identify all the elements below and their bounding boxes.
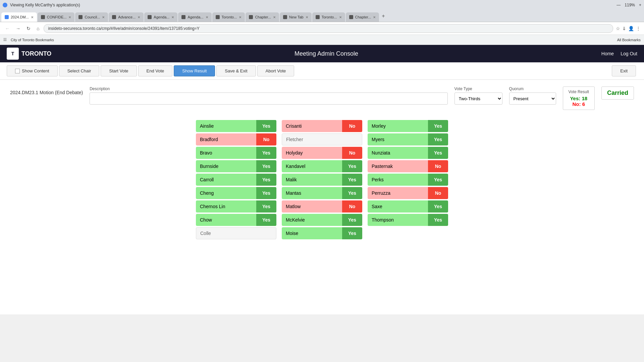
tab-label-1: 2024.DM...: [11, 15, 29, 19]
quorum-group: Quorum Present Absent: [509, 86, 556, 105]
vote-row-bravo: Bravo Yes: [196, 147, 276, 159]
vote-name-cheng: Cheng: [196, 187, 256, 199]
vote-row-pasternak: Pasternak No: [368, 160, 448, 172]
quorum-select[interactable]: Present Absent: [509, 93, 556, 105]
tab-label-7: Toronto...: [222, 15, 237, 19]
description-input[interactable]: [90, 93, 447, 105]
home-link[interactable]: Home: [601, 51, 614, 56]
tab-close-3[interactable]: ✕: [102, 15, 105, 19]
tab-close-7[interactable]: ✕: [239, 15, 241, 19]
tab-favicon-11: [349, 15, 353, 19]
vote-grid: Ainslie Yes Bradford No Bravo Yes Burnsi…: [10, 120, 634, 239]
vote-name-mantas: Mantas: [282, 187, 342, 199]
tab-10[interactable]: Toronto... ✕: [312, 12, 345, 22]
download-icon[interactable]: ⇓: [622, 26, 626, 31]
tab-5[interactable]: Agenda... ✕: [144, 12, 177, 22]
tab-7[interactable]: Toronto... ✕: [212, 12, 245, 22]
app-header-nav: Home Log Out: [601, 51, 637, 56]
show-content-button[interactable]: Show Content: [7, 65, 58, 76]
vote-column-2: Crisanti No Fletcher Holyday No Kandavel…: [282, 120, 362, 239]
vote-name-nunziata: Nunziata: [368, 147, 428, 159]
minimize-icon[interactable]: —: [616, 3, 621, 7]
vote-value-perruzza: No: [428, 187, 448, 199]
logout-link[interactable]: Log Out: [621, 51, 637, 56]
address-input[interactable]: [44, 24, 613, 33]
new-tab-button[interactable]: +: [380, 13, 387, 19]
vote-value-bradford: No: [256, 133, 276, 145]
maximize-icon[interactable]: +: [639, 3, 641, 7]
vote-column-3: Morley Yes Myers Yes Nunziata Yes Paster…: [368, 120, 448, 239]
description-label: Description: [90, 86, 447, 91]
vote-name-bravo: Bravo: [196, 147, 256, 159]
tab-8[interactable]: Chapter... ✕: [246, 12, 279, 22]
tab-11[interactable]: Chapter... ✕: [346, 12, 379, 22]
vote-row-saxe: Saxe Yes: [368, 200, 448, 213]
exit-button[interactable]: Exit: [612, 65, 636, 76]
tab-label-3: Council...: [85, 15, 100, 19]
browser-title-bar: Viewing Kelly McCarthy's application(s) …: [0, 0, 644, 10]
tab-favicon-8: [249, 15, 253, 19]
vote-row-crisanti: Crisanti No: [282, 120, 362, 132]
tab-close-8[interactable]: ✕: [273, 15, 276, 19]
show-content-checkbox[interactable]: [15, 69, 20, 73]
vote-row-chow: Chow Yes: [196, 214, 276, 226]
start-vote-button[interactable]: Start Vote: [101, 65, 137, 76]
vote-value-burnside: Yes: [256, 160, 276, 172]
tab-close-10[interactable]: ✕: [339, 15, 342, 19]
vote-name-colle: Colle: [196, 228, 256, 239]
tab-4[interactable]: Advance... ✕: [109, 12, 144, 22]
vote-value-chow: Yes: [256, 214, 276, 226]
vote-value-crisanti: No: [342, 120, 362, 132]
vote-result-title: Vote Result: [569, 89, 589, 94]
end-vote-label: End Vote: [147, 68, 164, 73]
profile-icon[interactable]: 👤: [628, 26, 634, 31]
vote-carried: Carried: [601, 86, 634, 100]
vote-row-fletcher: Fletcher: [282, 133, 362, 145]
tab-close-1[interactable]: ✕: [31, 15, 34, 19]
tab-label-9: New Tab: [289, 15, 304, 19]
tab-close-9[interactable]: ✕: [306, 15, 308, 19]
reload-button[interactable]: ↻: [25, 25, 32, 32]
bookmark-star-icon[interactable]: ☆: [616, 26, 620, 31]
tab-close-2[interactable]: ✕: [68, 15, 71, 19]
vote-name-bradford: Bradford: [196, 133, 256, 145]
menu-icon[interactable]: ⋮: [636, 26, 641, 31]
motion-id: 2024.DM23.1 Motion: [10, 90, 54, 95]
tab-close-6[interactable]: ✕: [206, 15, 208, 19]
tab-label-4: Advance...: [118, 15, 136, 19]
tab-favicon-3: [78, 15, 83, 19]
tab-favicon-9: [283, 15, 287, 19]
tab-close-4[interactable]: ✕: [138, 15, 140, 19]
tab-close-11[interactable]: ✕: [373, 15, 376, 19]
select-chair-button[interactable]: Select Chair: [59, 65, 100, 76]
toronto-logo: T TORONTO: [7, 48, 51, 60]
tab-9[interactable]: New Tab ✕: [280, 12, 312, 22]
show-result-button[interactable]: Show Result: [174, 65, 215, 76]
vote-name-myers: Myers: [368, 133, 428, 145]
vote-name-kandavel: Kandavel: [282, 160, 342, 172]
vote-row-thompson: Thompson Yes: [368, 214, 448, 226]
forward-button[interactable]: →: [14, 25, 22, 32]
browser-favicon: [3, 3, 7, 7]
tab-2[interactable]: CONFIDE... ✕: [38, 12, 75, 22]
tab-favicon-7: [216, 15, 220, 19]
save-exit-button[interactable]: Save & Exit: [216, 65, 256, 76]
bookmarks-city-toronto[interactable]: City of Toronto Bookmarks: [11, 38, 54, 42]
tab-favicon-2: [41, 15, 45, 19]
vote-type-select[interactable]: Two-Thirds Simple Majority Unanimous: [454, 93, 502, 105]
abort-vote-button[interactable]: Abort Vote: [257, 65, 294, 76]
vote-value-morley: Yes: [428, 120, 448, 132]
tab-close-5[interactable]: ✕: [171, 15, 174, 19]
tab-6[interactable]: Agenda... ✕: [178, 12, 211, 22]
window-controls: — 119% +: [616, 3, 641, 7]
vote-value-chernos-lin: Yes: [256, 200, 276, 213]
vote-type-group: Vote Type Two-Thirds Simple Majority Una…: [454, 86, 502, 105]
home-button[interactable]: ⌂: [35, 25, 41, 32]
address-bar: ← → ↻ ⌂ ☆ ⇓ 👤 ⋮: [0, 22, 644, 35]
end-vote-button[interactable]: End Vote: [138, 65, 173, 76]
back-button[interactable]: ←: [3, 25, 11, 32]
tab-3[interactable]: Council... ✕: [75, 12, 108, 22]
tab-label-2: CONFIDE...: [47, 15, 67, 19]
bookmarks-all[interactable]: All Bookmarks: [617, 38, 641, 42]
tab-1[interactable]: 2024.DM... ✕: [1, 12, 37, 22]
